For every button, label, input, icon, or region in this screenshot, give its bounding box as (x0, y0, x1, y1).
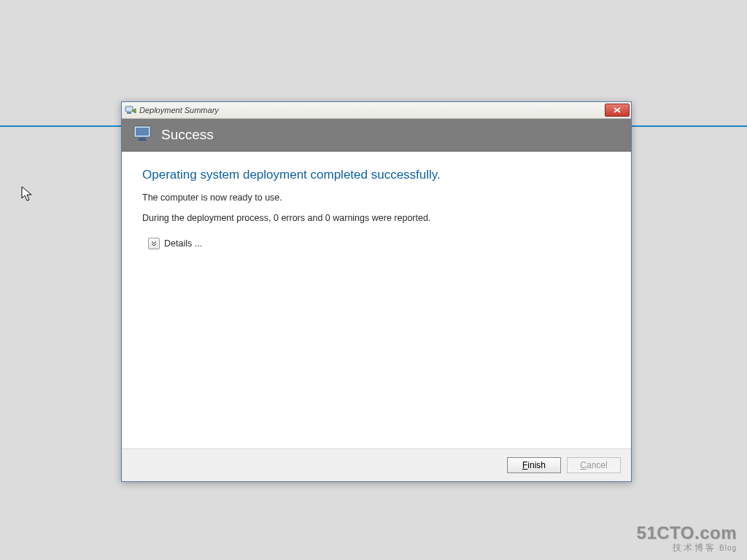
deployment-summary-window: Deployment Summary Success Operating sys (121, 101, 632, 482)
finish-label-rest: inish (527, 460, 546, 470)
ready-text: The computer is now ready to use. (142, 192, 611, 203)
footer: Finish Cancel (122, 448, 631, 481)
chevron-down-icon (148, 238, 160, 249)
svg-rect-1 (127, 112, 131, 114)
details-toggle[interactable]: Details ... (148, 238, 611, 249)
content-area: Operating system deployment completed su… (122, 152, 631, 448)
desktop: Microsoft Deployment Toolkit Deployment … (0, 0, 747, 560)
headline: Operating system deployment completed su… (142, 168, 611, 182)
cursor-icon (21, 186, 34, 206)
watermark-line1: 51CTO.com (637, 524, 737, 542)
app-icon (125, 104, 136, 116)
titlebar[interactable]: Deployment Summary (122, 102, 631, 119)
cancel-button: Cancel (567, 457, 621, 473)
svg-rect-4 (139, 138, 145, 139)
svg-rect-5 (138, 139, 147, 141)
watermark: 51CTO.com 技术博客Blog (637, 524, 737, 553)
finish-button[interactable]: Finish (507, 457, 561, 473)
monitor-icon (133, 125, 152, 146)
close-button[interactable] (605, 104, 630, 117)
window-title: Deployment Summary (139, 106, 219, 114)
banner: Success (122, 119, 631, 152)
cancel-label-rest: ancel (587, 460, 608, 470)
details-label: Details ... (164, 238, 202, 249)
banner-text: Success (161, 127, 214, 143)
watermark-line2: 技术博客Blog (637, 543, 737, 553)
svg-rect-3 (136, 128, 149, 136)
report-text: During the deployment process, 0 errors … (142, 213, 611, 223)
